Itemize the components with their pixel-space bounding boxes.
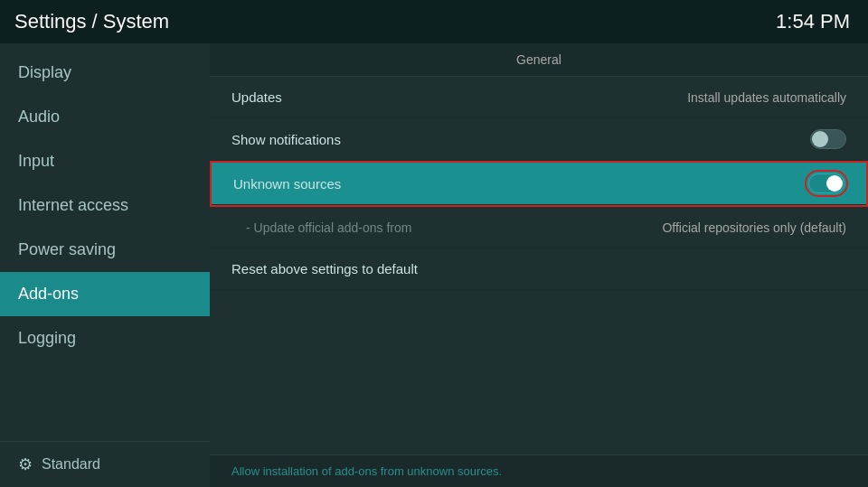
update-addons-value: Official repositories only (default) [662,220,846,235]
reset-label: Reset above settings to default [231,261,418,276]
sidebar-footer: ⚙ Standard [0,441,210,487]
gear-icon: ⚙ [18,454,33,474]
unknown-sources-highlight-border: Unknown sources [210,161,868,207]
clock: 1:54 PM [776,10,850,33]
setting-row-updates[interactable]: Updates Install updates automatically [210,77,868,118]
show-notifications-label: Show notifications [231,132,341,147]
unknown-sources-label: Unknown sources [233,176,341,192]
status-text: Allow installation of add-ons from unkno… [231,464,502,478]
sidebar-item-internet-access[interactable]: Internet access [0,183,210,228]
sidebar: Display Audio Input Internet access Powe… [0,43,210,487]
standard-label: Standard [42,456,100,473]
unknown-sources-toggle[interactable] [808,173,844,193]
main-layout: Display Audio Input Internet access Powe… [0,43,868,487]
setting-row-unknown-sources[interactable]: Unknown sources [212,163,866,205]
setting-row-update-addons[interactable]: - Update official add-ons from Official … [210,207,868,248]
show-notifications-toggle[interactable] [810,129,846,149]
settings-panel: General Updates Install updates automati… [210,43,868,454]
section-header: General [210,43,868,77]
sidebar-item-input[interactable]: Input [0,139,210,183]
updates-value: Install updates automatically [687,90,846,105]
sidebar-item-power-saving[interactable]: Power saving [0,228,210,272]
updates-label: Updates [231,89,282,105]
update-addons-label: - Update official add-ons from [246,220,411,235]
header: Settings / System 1:54 PM [0,0,868,43]
unknown-sources-toggle-knob [826,175,843,192]
sidebar-item-audio[interactable]: Audio [0,95,210,139]
content-area: General Updates Install updates automati… [210,43,868,487]
page-title: Settings / System [14,10,169,33]
setting-row-reset[interactable]: Reset above settings to default [210,248,868,290]
toggle-knob [812,131,828,147]
sidebar-item-add-ons[interactable]: Add-ons [0,272,210,316]
sidebar-item-logging[interactable]: Logging [0,316,210,361]
setting-row-show-notifications[interactable]: Show notifications [210,118,868,161]
sidebar-item-display[interactable]: Display [0,51,210,95]
status-bar: Allow installation of add-ons from unkno… [210,454,868,487]
